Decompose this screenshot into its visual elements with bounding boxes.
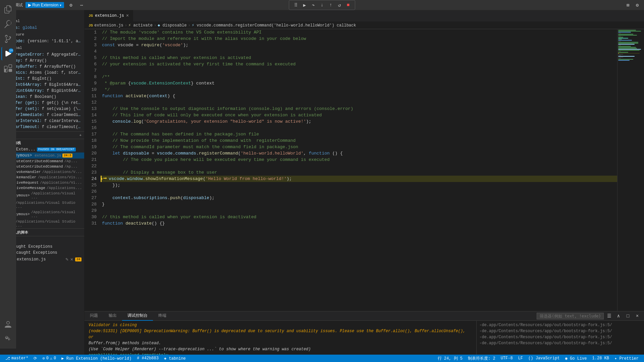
status-line-col[interactable]: 行 24, 列 5 [435, 355, 465, 362]
code-line-23: // Display a message box to the user [101, 169, 617, 176]
eol-label: LF [518, 356, 523, 361]
status-language[interactable]: () JavaScript [526, 355, 562, 362]
activity-search[interactable] [1, 17, 15, 31]
status-sync[interactable]: ⟳ [31, 355, 40, 362]
remove-bp-icon[interactable]: ✕ [70, 256, 73, 262]
settings-icon[interactable]: ⚙ [67, 1, 75, 9]
ln-19: 19 [85, 144, 97, 150]
code-line-13: // Use the console to output diagnostic … [101, 106, 617, 112]
status-prettier[interactable]: ✦ Prettier [612, 355, 641, 362]
ln-6: 6 [85, 61, 97, 67]
prettier-label: ✦ Prettier [614, 356, 639, 361]
breadcrumb-callback[interactable]: ⚡ vscode.commands.registerCommand('hello… [192, 23, 356, 28]
activity-settings[interactable] [1, 333, 15, 346]
edit-icon[interactable]: ✎ [65, 256, 68, 262]
status-file-size[interactable]: 1.28 KB [590, 355, 612, 362]
tab-bar: JS extension.js × [85, 10, 644, 22]
debug-output-right: -de.app/Contents/Resources/app/out/boots… [476, 321, 644, 355]
status-branch[interactable]: ⎇ master* [3, 355, 31, 362]
status-tabnine[interactable]: ◈ tabnine [161, 355, 189, 362]
status-errors[interactable]: ⊘ 0 ⚠ 0 [40, 355, 59, 362]
activity-extensions[interactable] [1, 62, 15, 75]
ln-26: 26 [85, 188, 97, 195]
panel-minimize[interactable]: ∧ [614, 312, 623, 320]
stop-button[interactable]: ■ [344, 1, 352, 9]
continue-button[interactable]: ▶ [301, 1, 309, 9]
activity-accounts[interactable] [1, 318, 15, 331]
language-label: () JavaScript [528, 356, 560, 361]
code-line-17: // The command has been defined in the p… [101, 131, 617, 137]
activity-explorer[interactable] [1, 10, 15, 16]
ln-8: 8 [85, 74, 97, 80]
tabnine-label: ◈ tabnine [164, 356, 186, 361]
output-line-3: Buffer.from() methods instead. [89, 340, 472, 346]
activity-source-control[interactable] [1, 32, 15, 46]
file-size-label: 1.28 KB [592, 356, 609, 361]
add-watch-icon[interactable]: + [79, 133, 82, 137]
panel-view-toggle[interactable]: ☰ [605, 312, 613, 320]
ln-14: 14 [85, 112, 97, 118]
panel-tab-bar: 问题 输出 调试控制台 终端 ☰ ∧ □ [85, 311, 644, 321]
line-numbers: 1 2 3 4 5 6 7 8 9 10 11 12 13 14 15 16 1 [85, 29, 101, 311]
indent-label: 制表符长度: 2 [468, 356, 495, 361]
tab-debug-console[interactable]: 调试控制台 [122, 311, 153, 321]
step-into-button[interactable]: ↓ [318, 1, 326, 9]
ln-24: 24 [85, 176, 97, 182]
terminal-tab-label: 终端 [158, 313, 166, 318]
panel-close[interactable]: × [633, 312, 641, 320]
ln-17: 17 [85, 131, 97, 137]
status-run[interactable]: ▶ Run Extension (hello-world) [59, 355, 134, 362]
breadcrumb-disposable[interactable]: ◆ disposable [158, 23, 186, 28]
breadcrumb-file[interactable]: extension.js [94, 23, 123, 28]
code-line-19: // The commandId parameter must match th… [101, 144, 617, 150]
code-line-18: // Now provide the implementation of the… [101, 137, 617, 144]
status-eol[interactable]: LF [516, 355, 526, 362]
bottom-panel: 问题 输出 调试控制台 终端 ☰ ∧ □ [85, 311, 644, 355]
code-content[interactable]: // The module 'vscode' contains the VS C… [101, 29, 617, 311]
code-line-27: context.subscriptions.push(disposable); [101, 195, 617, 201]
code-line-29 [101, 207, 617, 214]
minimap[interactable] [617, 29, 644, 311]
editor-layout-icon[interactable]: ⊞ [624, 1, 632, 9]
status-go-live[interactable]: ◉ Go Live [562, 355, 590, 362]
step-out-button[interactable]: ↑ [327, 1, 335, 9]
open-settings-icon[interactable]: ⚙ [633, 1, 641, 9]
extension-js-bp-label: extension.js [17, 257, 46, 262]
tab-extension-js[interactable]: JS extension.js × [85, 10, 133, 21]
panel-maximize[interactable]: □ [624, 312, 632, 320]
run-extension-button[interactable]: ▶ Run Extension ▾ [25, 2, 64, 8]
status-commit[interactable]: # #42b883 [134, 355, 161, 362]
code-line-3: const vscode = require('vscode'); [101, 42, 617, 48]
activity-run-debug[interactable]: 16 [1, 47, 15, 60]
sync-icon: ⟳ [34, 356, 37, 361]
code-line-16 [101, 125, 617, 131]
debug-badge: 16 [9, 48, 13, 53]
status-indent[interactable]: 制表符长度: 2 [465, 355, 498, 362]
code-line-22 [101, 163, 617, 169]
tab-output[interactable]: 输出 [103, 311, 122, 321]
tab-problems[interactable]: 问题 [85, 311, 103, 321]
code-line-7 [101, 67, 617, 74]
error-count: 0 [46, 356, 49, 361]
status-encoding[interactable]: UTF-8 [498, 355, 516, 362]
run-label: ▶ Run Extension (hello-world) [61, 356, 131, 361]
ln-21: 21 [85, 157, 97, 163]
output-line-2: (node:51331) [DEP0005] DeprecationWarnin… [89, 328, 472, 340]
tab-terminal[interactable]: 终端 [153, 311, 172, 321]
step-over-button[interactable]: ↷ [309, 1, 317, 9]
tab-name: extension.js [95, 13, 124, 18]
tab-close-button[interactable]: × [126, 13, 129, 18]
git-branch-icon: ⎇ [5, 356, 10, 361]
more-icon[interactable]: ⋯ [77, 1, 86, 9]
panel-output: Validator is closing (node:51331) [DEP00… [85, 321, 644, 355]
status-bar: ⎇ master* ⟳ ⊘ 0 ⚠ 0 ▶ Run Extension (hel… [0, 355, 644, 362]
panel-filter-input[interactable] [537, 313, 604, 319]
ln-23: 23 [85, 169, 97, 176]
restart-button[interactable]: ↺ [335, 1, 343, 9]
activity-bar: 16 [0, 10, 16, 349]
ln-11: 11 [85, 93, 97, 99]
breadcrumb-activate[interactable]: ⚡ activate [128, 23, 153, 28]
top-bar: 运行和调试 ▶ Run Extension ▾ ⚙ ⋯ ⠿ ▶ ↷ ↓ ↑ ↺ … [0, 0, 644, 10]
ln-27: 27 [85, 195, 97, 201]
ln-10: 10 [85, 86, 97, 93]
